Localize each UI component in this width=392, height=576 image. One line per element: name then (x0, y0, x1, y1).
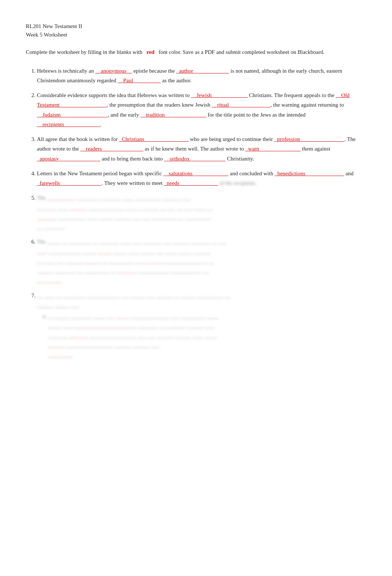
question-6: The _____ __ ________ __ _______ ____ __… (37, 237, 366, 285)
q3-blank-readers: __readers_______________ (80, 146, 143, 152)
q7-sub-a: __ _____ ________ ____ ___ _____ _______… (48, 311, 366, 360)
q4-tail: of the recipients. (218, 180, 257, 186)
q3-blank-profession: _profession________________ (274, 136, 344, 142)
q1-blank-anonymous: __anonymous__ (95, 68, 132, 74)
question-4: Letters in the New Testament period bega… (37, 169, 366, 188)
q3-blank-apostasy: _apostasy_______________ (37, 156, 100, 162)
q6-blurred: The _____ __ ________ __ _______ ____ __… (37, 237, 366, 285)
q3-blank-warn: _warn_______________ (245, 146, 301, 152)
q2-blank-jewish: __Jewish_____________ (191, 92, 247, 98)
q4-blank-salutations: __salutations_____________ (163, 170, 228, 176)
q4-blank-farewells: _farewells_______________ (37, 180, 102, 186)
q2-blank-ritual: __ritual_______________ (212, 102, 270, 108)
q3-blank-christians: _Christians________________ (119, 136, 188, 142)
intro-part2: font color. Save as a PDF and submit com… (159, 49, 325, 55)
question-list: Hebrews is technically an __anonymous__ … (26, 66, 366, 360)
intro-part1: Complete the worksheet by filling in the… (26, 49, 142, 55)
q2-blank-tradition: __tradition_______________ (140, 112, 206, 118)
header-line2: Week 5 Worksheet (26, 31, 366, 39)
q1-blank-author: _author_____________ (176, 68, 229, 74)
q1-text-before: Hebrews is technically an (37, 68, 95, 74)
question-5: The __________ _________ _______ ____ __… (37, 193, 366, 232)
q2-blank-recipients: __recipients_____________ (37, 121, 100, 127)
question-7: __ ____ __ ________ ____________ ___ ___… (37, 291, 366, 360)
header-line1: RL201 New Testament II (26, 22, 366, 31)
question-2: Considerable evidence supports the idea … (37, 90, 366, 129)
q2-blank-judaism: __Judaism_________________ (37, 112, 108, 118)
intro-red-word: red (147, 49, 154, 55)
intro-paragraph: Complete the worksheet by filling in the… (26, 48, 366, 57)
q7-blurred: __ ____ __ ________ ____________ ___ ___… (37, 291, 366, 360)
question-3: All agree that the book is written for _… (37, 134, 366, 163)
q4-blank-benedictions: _benedictions______________ (275, 170, 344, 176)
q7-sub-list: __ _____ ________ ____ ___ _____ _______… (37, 311, 366, 360)
q3-blank-orthodox: __orthodox_____________ (164, 156, 226, 162)
question-1: Hebrews is technically an __anonymous__ … (37, 66, 366, 86)
q5-blurred: The __________ _________ _______ ____ __… (37, 193, 366, 232)
q4-blank-needs: _needs______________ (164, 180, 218, 186)
worksheet-header: RL201 New Testament II Week 5 Worksheet (26, 22, 366, 39)
q1-blank-paul: __Paul__________ (118, 77, 161, 83)
